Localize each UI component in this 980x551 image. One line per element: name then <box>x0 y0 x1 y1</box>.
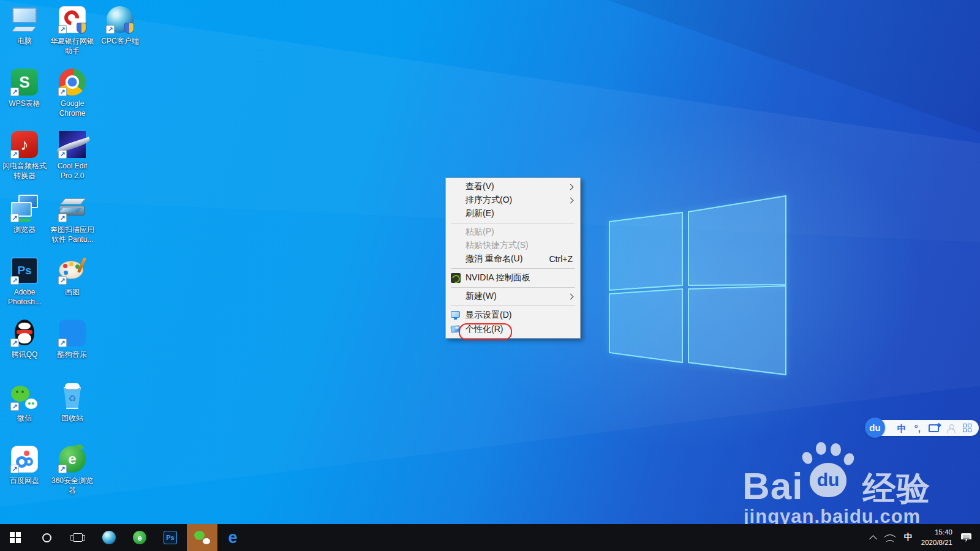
search-button[interactable] <box>32 524 61 551</box>
action-center-icon[interactable] <box>961 533 971 542</box>
icon-label: Cool Edit Pro 2.0 <box>44 162 100 181</box>
ime-tools-grid-icon[interactable] <box>963 424 971 432</box>
menu-item-display-settings[interactable]: 显示设置(D) <box>446 308 580 322</box>
scanner-icon: ↗ <box>58 193 87 223</box>
desktop-icon-kugou[interactable]: K↗ 酷狗音乐 <box>44 318 100 360</box>
chrome-icon: ↗ <box>58 67 87 97</box>
personalize-icon <box>450 325 460 333</box>
taskbar-app-wechat-active[interactable] <box>187 524 217 551</box>
desktop-wallpaper: 电脑 ↗ 华夏银行网银 助手 ↗ CPC客户端 S↗ WPS表格 ↗ Googl… <box>0 0 980 551</box>
taskbar-app-edge[interactable]: e <box>219 524 247 551</box>
photoshop-icon: Ps↗ <box>10 256 39 285</box>
hidden-icons-chevron[interactable] <box>869 535 877 543</box>
icon-label: 奔图扫描应用 软件 Pantu... <box>44 225 100 244</box>
desktop-icon-cpc-client[interactable]: ↗ CPC客户端 <box>92 5 148 47</box>
music-note-icon: ♪↗ <box>10 130 39 159</box>
display-settings-icon <box>451 311 460 318</box>
task-view-button[interactable] <box>64 524 92 551</box>
wechat-icon: ↗ <box>10 382 39 411</box>
start-button[interactable] <box>1 524 29 551</box>
menu-item-personalize[interactable]: 个性化(R) <box>446 322 580 336</box>
clock[interactable]: 15:40 2020/8/21 <box>921 527 952 547</box>
submenu-arrow-icon <box>568 197 574 203</box>
cpc-icon: ↗ <box>105 5 135 34</box>
ime-chinese-mode-button[interactable]: 中 <box>897 424 907 433</box>
360-browser-icon: e <box>133 531 146 544</box>
desktop-icon-cool-edit[interactable]: ↗ Cool Edit Pro 2.0 <box>44 130 100 181</box>
taskbar: e Ps e 中 15:40 2020/8/21 <box>0 524 980 551</box>
menu-separator <box>451 223 575 223</box>
icon-label: 酷狗音乐 <box>44 350 100 360</box>
icon-label: Google Chrome <box>44 99 100 118</box>
taskbar-app-photoshop[interactable]: Ps <box>156 524 184 551</box>
menu-item-refresh[interactable]: 刷新(E) <box>446 207 580 220</box>
icon-label: 画图 <box>44 288 100 298</box>
menu-item-view[interactable]: 查看(V) <box>446 180 580 193</box>
menu-item-nvidia-control-panel[interactable]: NVIDIA 控制面板 <box>446 271 580 285</box>
icon-label: 360安全浏览 器 <box>44 476 100 495</box>
tray-time: 15:40 <box>921 527 952 538</box>
desktop-icon-chrome[interactable]: ↗ Google Chrome <box>44 67 100 118</box>
wifi-icon[interactable] <box>884 534 895 542</box>
wechat-icon <box>194 531 210 544</box>
menu-separator <box>451 268 575 269</box>
browser-icon: ↗ <box>10 193 39 223</box>
desktop-icon-scanner-app[interactable]: ↗ 奔图扫描应用 软件 Pantu... <box>44 193 100 244</box>
edge-icon: e <box>228 530 237 546</box>
nvidia-icon <box>451 273 461 283</box>
baidu-ime-toolbar[interactable]: du 中 °, <box>875 420 979 436</box>
menu-item-paste: 粘贴(P) <box>446 225 580 239</box>
ime-account-icon[interactable] <box>947 424 955 432</box>
menu-item-new[interactable]: 新建(W) <box>446 290 580 303</box>
menu-separator <box>451 287 575 288</box>
paint-icon: ↗ <box>58 256 87 285</box>
photoshop-icon: Ps <box>164 531 177 544</box>
submenu-arrow-icon <box>568 184 574 190</box>
icon-label: CPC客户端 <box>92 37 148 47</box>
menu-separator <box>451 305 575 306</box>
windows-start-icon <box>10 532 21 543</box>
cool-edit-icon: ↗ <box>58 130 87 159</box>
netdisk-icon: ↗ <box>10 444 39 474</box>
360-browser-icon: e↗ <box>58 444 87 474</box>
menu-item-undo-rename[interactable]: 撤消 重命名(U) Ctrl+Z <box>446 252 580 266</box>
computer-icon <box>10 5 39 34</box>
baidu-ime-logo[interactable]: du <box>865 418 885 438</box>
icon-label: 回收站 <box>44 414 100 424</box>
watermark-bai-text: Bai <box>742 464 803 508</box>
taskbar-app-cpc[interactable] <box>95 524 123 551</box>
baidu-paw-icon: du <box>801 442 858 501</box>
ime-handwriting-icon[interactable] <box>929 424 939 432</box>
ime-punctuation-button[interactable]: °, <box>914 424 921 433</box>
wps-icon: S↗ <box>10 67 39 97</box>
submenu-arrow-icon <box>568 293 574 299</box>
baidu-jingyan-watermark: Bai du 经验 jingyan.baidu.com <box>742 436 963 528</box>
recycle-bin-icon: ♻ <box>58 382 87 411</box>
kugou-icon: K↗ <box>58 318 87 348</box>
bank-icon: ↗ <box>58 5 87 34</box>
shortcut-key: Ctrl+Z <box>549 254 573 264</box>
task-view-icon <box>73 533 83 542</box>
tray-date: 2020/8/21 <box>921 538 952 548</box>
menu-item-sort-by[interactable]: 排序方式(O) <box>446 193 580 207</box>
desktop-icon-recycle-bin[interactable]: ♻ 回收站 <box>44 382 100 424</box>
cpc-client-icon <box>102 531 116 544</box>
menu-item-paste-shortcut: 粘贴快捷方式(S) <box>446 239 580 252</box>
search-icon <box>42 533 51 542</box>
qq-penguin-icon: ↗ <box>10 318 39 348</box>
desktop-icon-paint[interactable]: ↗ 画图 <box>44 256 100 298</box>
taskbar-app-360-browser[interactable]: e <box>126 524 154 551</box>
desktop-icon-360-browser[interactable]: e↗ 360安全浏览 器 <box>44 444 100 495</box>
desktop-context-menu: 查看(V) 排序方式(O) 刷新(E) 粘贴(P) 粘贴快捷方式(S) 撤消 重… <box>445 178 581 339</box>
system-tray: 中 15:40 2020/8/21 <box>870 524 980 551</box>
watermark-jingyan-text: 经验 <box>862 467 931 511</box>
ime-indicator[interactable]: 中 <box>904 532 913 543</box>
